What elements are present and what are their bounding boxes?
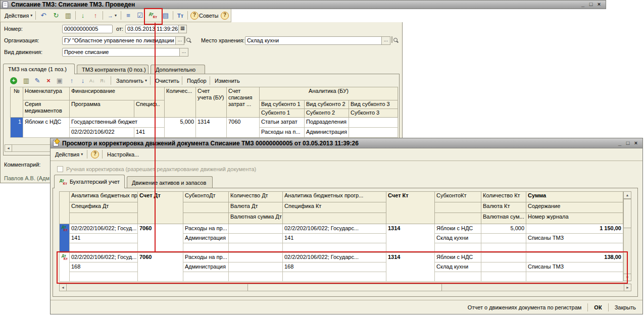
number-field[interactable]: 00000000005 [62, 25, 113, 33]
org-ellipsis-button[interactable]: ... [175, 36, 184, 45]
nomenclature-cell[interactable]: Яблоки с НДС [23, 118, 70, 138]
financing-cell[interactable]: Государственный бюджет [70, 118, 165, 128]
sort-desc-icon[interactable]: Я↓ [100, 76, 106, 85]
clear-button[interactable]: Очистить [153, 76, 181, 85]
kt-subconto2-cell[interactable]: Склад кухни [435, 234, 481, 243]
win1-titlebar[interactable]: Списание ТМЗ: Списание ТМЗ. Проведен _ □… [0, 0, 606, 9]
tab-tmz-kontragent[interactable]: ТМЗ контрагента (0 поз.) [77, 65, 148, 74]
end-edit-icon[interactable]: ▣ [55, 76, 65, 85]
list-settings-icon[interactable]: ≡ [123, 11, 133, 20]
actions-button[interactable]: Действия▾ [53, 149, 85, 159]
tab-assets-movement[interactable]: Движение активов и запасов [127, 176, 213, 188]
organization-field[interactable]: ГУ "Областное управление по ликвидации Ч [62, 36, 176, 45]
ok-button[interactable]: ОК [590, 303, 605, 311]
row-dtkt-icon[interactable]: ДтКт [60, 224, 70, 253]
tab-accounting[interactable]: ДтКт Бухгалтерский учет [54, 175, 125, 188]
dt-subconto1-cell[interactable]: Расходы на пр... [183, 224, 229, 234]
sub1b-cell[interactable]: Расходы на п... [260, 128, 305, 138]
vscroll-thumb[interactable] [623, 199, 631, 228]
org-search-icon[interactable] [184, 36, 185, 43]
move-up-icon[interactable]: ↑ [67, 76, 77, 85]
calendar-icon[interactable]: ▦ [178, 25, 187, 33]
close-button[interactable]: Закрыть [611, 303, 639, 311]
movements-report-button[interactable]: Отчет о движениях документа по регистрам [464, 303, 585, 311]
storage-field[interactable]: Склад кухни [245, 36, 382, 45]
post-document-icon[interactable]: ↓ [78, 11, 88, 20]
table-row[interactable]: 1 Яблоки с НДС Государственный бюджет 5,… [11, 118, 398, 128]
content-cell[interactable]: Списаны ТМЗ [526, 234, 623, 243]
specif-cell[interactable]: 141 [134, 128, 165, 138]
delete-row-icon[interactable]: × [43, 76, 54, 85]
separator [210, 76, 210, 85]
kt-account-cell[interactable]: 1314 [386, 224, 435, 253]
actions-button[interactable]: Действия▾ [3, 11, 34, 20]
fill-button[interactable]: Заполнить▾ [114, 76, 149, 85]
kt-currency-cell[interactable] [481, 234, 526, 243]
copy-row-icon[interactable]: ▥ [21, 76, 31, 85]
sub3b-cell[interactable] [349, 128, 398, 138]
author-link[interactable]: Павлов А.В. (Адм [4, 175, 49, 181]
program-cell[interactable]: 02/2/202/106/022 [70, 128, 134, 138]
filter-icon[interactable]: Тт [175, 11, 185, 20]
writeoff-cell[interactable]: 7060 [227, 118, 260, 138]
account-cell[interactable]: 1314 [196, 118, 227, 138]
dt-subconto2-cell[interactable]: Администрация [183, 234, 229, 243]
kt-subconto1-cell[interactable]: Яблоки с НДС [435, 224, 481, 234]
date-label: от: [116, 26, 123, 32]
scroll-left-icon[interactable]: ◄ [59, 284, 67, 291]
movement-ellipsis-button[interactable]: ... [179, 48, 188, 57]
dt-analytics-cell[interactable]: 02/2/202/106/022; Госуд... [70, 224, 138, 234]
refresh-icon[interactable]: ↻ [51, 11, 61, 20]
move-down-icon[interactable]: ↓ [78, 76, 88, 85]
qty-cell[interactable]: 5,000 [165, 118, 196, 138]
settings-button[interactable]: Настройка... [105, 149, 141, 159]
tab-dopolnitelno[interactable]: Дополнительно [151, 65, 205, 74]
tips-button[interactable]: Советы [199, 11, 218, 20]
checklist-icon[interactable]: ☑ [135, 11, 145, 20]
win2-titlebar[interactable]: Просмотр и корректировка движений докуме… [51, 138, 642, 148]
manual-edit-checkbox[interactable] [57, 166, 63, 172]
sub3-cell[interactable] [349, 118, 398, 128]
minimize-icon[interactable]: _ [579, 1, 587, 8]
unpost-document-icon[interactable]: ↑ [90, 11, 101, 20]
scroll-right-icon[interactable]: ► [624, 284, 631, 291]
copy-icon[interactable]: ▥ [63, 11, 73, 20]
maximize-icon[interactable]: □ [587, 1, 595, 8]
dt-qty-cell[interactable] [229, 224, 283, 234]
tab-tmz-sklad[interactable]: ТМЗ на складе (1 поз.) [3, 64, 75, 74]
kt-analytics-cell[interactable]: 02/2/202/106/022; Государс... [283, 224, 386, 234]
sort-asc-icon[interactable]: А↓ [89, 76, 95, 85]
dt-account-cell[interactable]: 7060 [138, 224, 183, 253]
chevron-down-icon: ▾ [30, 13, 32, 18]
sub1-cell[interactable]: Статьи затрат [260, 118, 305, 128]
movement-type-field[interactable]: Прочее списание [62, 48, 180, 57]
table-row[interactable]: ДтКт 02/2/202/106/022; Госуд... 7060 Рас… [60, 224, 623, 234]
scroll-up-icon[interactable]: ▲ [623, 191, 631, 199]
kt-qty-cell[interactable]: 5,000 [481, 224, 526, 234]
storage-search-icon[interactable] [391, 36, 392, 43]
tmz-table: № Номенклатура Финансирование Количес...… [10, 87, 398, 138]
hscroll-thumb[interactable] [247, 284, 442, 291]
edit-row-icon[interactable]: ✎ [32, 76, 42, 85]
goto-icon[interactable]: →▾ [105, 11, 119, 20]
add-row-icon[interactable]: + [10, 76, 17, 85]
date-field[interactable]: 03.05.2013 11:39:26 [125, 25, 179, 33]
sum-cell[interactable]: 1 150,00 [526, 224, 623, 234]
help-icon[interactable]: ? [91, 149, 99, 159]
row-number-cell[interactable]: 1 [11, 118, 23, 138]
maximize-icon[interactable]: □ [624, 140, 632, 147]
scroll-left-icon[interactable]: ◄ [5, 144, 12, 152]
close-icon[interactable]: × [632, 140, 640, 147]
dt-currency-cell[interactable] [229, 234, 283, 243]
change-button[interactable]: Изменить [213, 76, 242, 85]
pick-button[interactable]: Подбор [185, 76, 209, 85]
kt-specifics-cell[interactable]: 141 [283, 234, 386, 243]
minimize-icon[interactable]: _ [616, 140, 624, 147]
help-icon[interactable]: ? [221, 11, 229, 20]
sub2-cell[interactable]: Подразделения [305, 118, 349, 128]
reread-document-icon[interactable]: ↶ [38, 11, 48, 20]
close-icon[interactable]: × [595, 1, 603, 8]
storage-ellipsis-button[interactable]: ... [381, 36, 390, 45]
dt-specifics-cell[interactable]: 141 [70, 234, 138, 243]
sub2b-cell[interactable]: Администрация [305, 128, 349, 138]
